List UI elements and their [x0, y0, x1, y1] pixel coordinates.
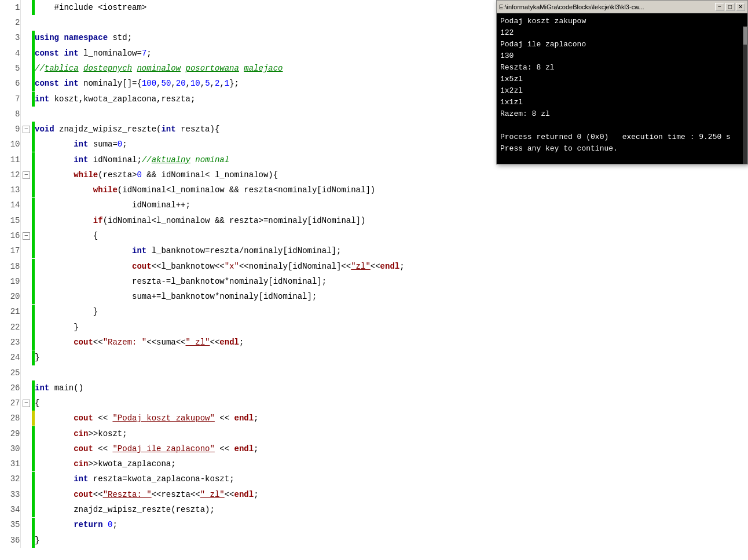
table-row: 32 int reszta=kwota_zaplacona-koszt;: [0, 471, 748, 486]
gutter-cell: [20, 502, 32, 517]
gutter-cell: [20, 274, 32, 289]
table-row: 16 − {: [0, 228, 748, 243]
table-row: 34 znajdz_wipisz_reszte(reszta);: [0, 502, 748, 517]
table-row: 13 while(idNominal<l_nominalow && reszta…: [0, 182, 748, 197]
gutter-cell: [20, 91, 32, 106]
gutter-cell: −: [20, 228, 32, 243]
gutter-cell: [20, 335, 32, 350]
gutter-cell: [20, 243, 32, 258]
table-row: 24 }: [0, 350, 748, 365]
terminal-body: Podaj koszt zakupow 122 Podaj ile zaplac…: [497, 13, 747, 164]
line-number: 34: [0, 502, 20, 517]
close-button[interactable]: ✕: [736, 3, 745, 11]
line-number: 4: [0, 46, 20, 61]
line-number: 19: [0, 274, 20, 289]
fold-button-12[interactable]: −: [23, 171, 30, 179]
terminal-line: Process returned 0 (0x0) execution time …: [500, 131, 744, 143]
gutter-cell: [20, 350, 32, 365]
code-line: cin>>koszt;: [35, 426, 748, 441]
table-row: 26 int main(): [0, 380, 748, 396]
fold-button-27[interactable]: −: [23, 400, 30, 407]
gutter-cell: −: [20, 396, 32, 411]
line-number: 22: [0, 320, 20, 335]
minimize-button[interactable]: −: [715, 3, 724, 11]
gutter-cell: [20, 487, 32, 502]
gutter-cell: [20, 517, 32, 532]
gutter-cell: [20, 533, 32, 548]
table-row: 21 }: [0, 304, 748, 319]
terminal-scrollbar[interactable]: [743, 26, 747, 164]
gutter-cell: [20, 46, 32, 61]
terminal-line: 1x1zl: [500, 97, 744, 108]
code-line: while(reszta>0 && idNominal< l_nominalow…: [35, 167, 748, 182]
gutter-cell: [20, 61, 32, 76]
gutter-cell: [20, 182, 32, 197]
terminal-controls: − □ ✕: [715, 3, 745, 11]
fold-button-9[interactable]: −: [23, 126, 30, 133]
gutter-cell: [20, 213, 32, 228]
gutter-cell: −: [20, 122, 32, 137]
code-line: [35, 365, 748, 380]
line-number: 7: [0, 91, 20, 106]
gutter-cell: [20, 320, 32, 335]
line-number: 1: [0, 0, 20, 15]
table-row: 14 idNominal++;: [0, 197, 748, 213]
gutter-cell: [20, 471, 32, 486]
line-number: 21: [0, 304, 20, 319]
line-number: 24: [0, 350, 20, 365]
code-line: int l_banknotow=reszta/nominaly[idNomina…: [35, 243, 748, 258]
table-row: 25: [0, 365, 748, 380]
line-number: 28: [0, 411, 20, 426]
line-number: 14: [0, 197, 20, 213]
code-line: cin>>kwota_zaplacona;: [35, 456, 748, 471]
code-line: }: [35, 533, 748, 548]
code-line: cout << "Podaj ile zaplacono" << endl;: [35, 441, 748, 456]
code-line: }: [35, 350, 748, 365]
line-number: 20: [0, 289, 20, 304]
table-row: 17 int l_banknotow=reszta/nominaly[idNom…: [0, 243, 748, 258]
table-row: 33 cout<<"Reszta: "<<reszta<<" zl"<<endl…: [0, 487, 748, 502]
line-number: 17: [0, 243, 20, 258]
line-number: 33: [0, 487, 20, 502]
table-row: 27 − {: [0, 396, 748, 411]
table-row: 36 }: [0, 533, 748, 548]
terminal-line: Podaj koszt zakupow: [500, 16, 744, 27]
line-number: 16: [0, 228, 20, 243]
code-line: cout<<"Razem: "<<suma<<" zl"<<endl;: [35, 335, 748, 350]
line-number: 32: [0, 471, 20, 486]
table-row: 20 suma+=l_banknotow*nominaly[idNominal]…: [0, 289, 748, 304]
gutter-cell: [20, 304, 32, 319]
line-number: 26: [0, 380, 20, 396]
table-row: 35 return 0;: [0, 517, 748, 532]
line-number: 11: [0, 152, 20, 167]
table-row: 28 cout << "Podaj koszt zakupow" << endl…: [0, 411, 748, 426]
table-row: 29 cin>>koszt;: [0, 426, 748, 441]
code-line: if(idNominal<l_nominalow && reszta>=nomi…: [35, 213, 748, 228]
gutter-cell: [20, 380, 32, 396]
line-number: 3: [0, 30, 20, 45]
line-number: 12: [0, 167, 20, 182]
gutter-cell: [20, 0, 32, 15]
table-row: 19 reszta-=l_banknotow*nominaly[idNomina…: [0, 274, 748, 289]
gutter-cell: −: [20, 167, 32, 182]
gutter-cell: [20, 289, 32, 304]
table-row: 31 cin>>kwota_zaplacona;: [0, 456, 748, 471]
table-row: 30 cout << "Podaj ile zaplacono" << endl…: [0, 441, 748, 456]
terminal-line: 1x2zl: [500, 85, 744, 97]
fold-button-16[interactable]: −: [23, 232, 30, 240]
terminal-line: Podaj ile zaplacono: [500, 39, 744, 50]
table-row: 12 − while(reszta>0 && idNominal< l_nomi…: [0, 167, 748, 182]
line-number: 31: [0, 456, 20, 471]
code-line: cout<<"Reszta: "<<reszta<<" zl"<<endl;: [35, 487, 748, 502]
line-number: 36: [0, 533, 20, 548]
line-number: 25: [0, 365, 20, 380]
line-number: 15: [0, 213, 20, 228]
table-row: 18 cout<<l_banknotow<<"x"<<nominaly[idNo…: [0, 258, 748, 273]
terminal-line: Press any key to continue.: [500, 143, 744, 155]
code-line: return 0;: [35, 517, 748, 532]
line-number: 23: [0, 335, 20, 350]
terminal-titlebar: E:\informatykaMiGra\codeBlocks\lekcje\kl…: [497, 1, 747, 13]
table-row: 15 if(idNominal<l_nominalow && reszta>=n…: [0, 213, 748, 228]
gutter-cell: [20, 258, 32, 273]
restore-button[interactable]: □: [725, 3, 735, 11]
